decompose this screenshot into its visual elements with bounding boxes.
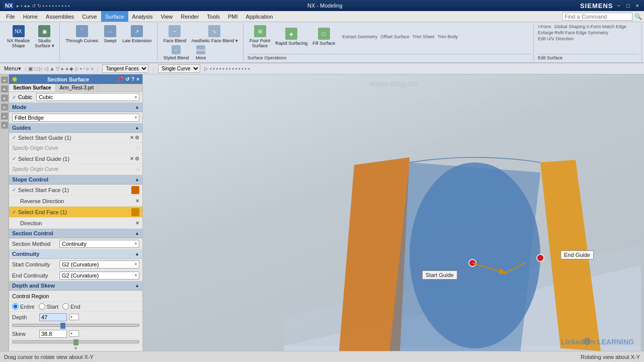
menu-application[interactable]: Application xyxy=(242,11,277,22)
ribbon-btn-lawext[interactable]: ↗ Law Extension xyxy=(120,24,154,44)
section-control-header[interactable]: Section Control ▲ xyxy=(9,229,142,238)
menu-surface[interactable]: Surface xyxy=(101,11,128,22)
continuity-subheader[interactable]: Continuity ▲ xyxy=(9,249,142,259)
radio-end-label[interactable]: End xyxy=(62,303,80,310)
skew-slider-track[interactable] xyxy=(12,340,139,343)
ribbon-btn-4pt[interactable]: ⊞ Four PointSurface xyxy=(248,24,273,49)
command-search[interactable] xyxy=(562,13,632,21)
mode-chevron-icon: ▲ xyxy=(135,105,139,110)
panel-tab-main[interactable]: Section Surface xyxy=(9,84,56,92)
viewport[interactable]: www.rrcg.cn X xyxy=(143,74,644,351)
panel-refresh-icon[interactable]: ↺ xyxy=(125,76,129,82)
ribbon-btn-nxrealize[interactable]: NX NX RealizeShape xyxy=(5,24,32,49)
sidebar-icon-1[interactable]: ▸ xyxy=(1,76,8,83)
end-guide-settings-icon[interactable]: ⚙ xyxy=(135,156,139,161)
ribbon-btn-studio[interactable]: ▣ StudioSurface ▾ xyxy=(33,24,56,49)
ribbon-btn-faceblend[interactable]: ⌢ Face Blend xyxy=(162,24,189,44)
reverse-direction-start-clear[interactable]: ✕ xyxy=(135,198,139,204)
guides-label: Guides xyxy=(12,125,31,131)
menu-analysis[interactable]: Analysis xyxy=(128,11,157,22)
search-icon[interactable]: 🔍 xyxy=(634,13,642,20)
sidebar-icon-3[interactable]: ▸ xyxy=(1,95,8,102)
trimsheet-btn[interactable]: Trim Sheet xyxy=(413,34,435,39)
start-continuity-arrow: ▾ xyxy=(135,262,137,266)
toolbar-separator3: | xyxy=(152,66,154,72)
ribbon-btn-fill[interactable]: ⬡ Fill Surface xyxy=(310,27,337,47)
refitface-btn[interactable]: Refit Face xyxy=(554,30,575,35)
end-guide-clear-icon[interactable]: ✕ xyxy=(130,156,134,161)
edituv-btn[interactable]: Edit U/V Direction xyxy=(538,36,574,41)
ribbon-btn-swept[interactable]: ⌓ Swept xyxy=(101,24,119,44)
ribbon-btn-aestheticblend[interactable]: ∿ Aesthetic Face Blend ▾ xyxy=(189,24,240,44)
tangent-faces-dropdown[interactable]: Tangent Faces xyxy=(102,64,148,73)
close-button[interactable]: × xyxy=(634,3,641,9)
toolbar-separator2: | xyxy=(97,66,99,72)
menu-file[interactable]: File xyxy=(2,11,19,22)
skew-slider-container xyxy=(9,339,142,345)
edgeribbonedge-btn[interactable]: Edge Symmetry xyxy=(576,30,608,35)
xform-btn[interactable]: X-Form xyxy=(586,24,601,29)
direction-clear-icon[interactable]: ✕ xyxy=(135,220,139,226)
depth-input[interactable] xyxy=(39,313,67,321)
ribbon-btn-throughcurves[interactable]: ⌒ Through Curves xyxy=(64,24,101,44)
menu-render[interactable]: Render xyxy=(177,11,203,22)
panel-help-icon[interactable]: ? xyxy=(131,76,134,82)
menu-curve[interactable]: Curve xyxy=(78,11,101,22)
sidebar-icon-6[interactable]: ▸ xyxy=(1,122,8,129)
depth-skew-header[interactable]: Depth and Skew ▲ xyxy=(9,281,142,291)
menu-home[interactable]: Home xyxy=(19,11,42,22)
skew-slider-thumb[interactable] xyxy=(73,339,78,345)
skew-row: Skew ▾ xyxy=(9,328,142,339)
restore-button[interactable]: □ xyxy=(624,3,632,9)
end-continuity-dropdown[interactable]: G2 (Curvature) ▾ xyxy=(59,272,139,280)
skew-input[interactable] xyxy=(39,330,67,338)
slope-section-header[interactable]: Slope Control ▲ xyxy=(9,175,142,185)
mode-section-header[interactable]: Mode ▲ xyxy=(9,103,142,112)
matchedge-btn[interactable]: Match Edge xyxy=(602,24,626,29)
sidebar-icon-4[interactable]: ▸ xyxy=(1,104,8,111)
start-continuity-dropdown[interactable]: G2 (Curvature) ▾ xyxy=(59,260,139,268)
cubic-dropdown[interactable]: Cubic ▾ xyxy=(36,93,139,101)
depth-slider-thumb[interactable] xyxy=(60,323,65,329)
section-method-dropdown[interactable]: Continuity ▾ xyxy=(59,240,139,248)
menu-tools[interactable]: Tools xyxy=(203,11,224,22)
single-curve-dropdown[interactable]: Single Curve xyxy=(158,64,200,73)
radio-entire-label[interactable]: Entire xyxy=(12,303,35,310)
offset-btn[interactable]: Offset Surface xyxy=(380,34,409,39)
start-guide-settings-icon[interactable]: ⚙ xyxy=(135,135,139,140)
rapid-label: Rapid Surfacing xyxy=(275,41,307,46)
panel-close-icon[interactable]: × xyxy=(136,76,139,82)
depth-slider-track[interactable] xyxy=(12,324,139,327)
skew-unit-dropdown[interactable]: ▾ xyxy=(69,330,79,337)
select-start-guide-row: ✓ Select Start Guide (1) ✕ ⚙ xyxy=(9,133,142,143)
guides-section-header[interactable]: Guides ▲ xyxy=(9,123,142,133)
panel-pin-icon[interactable]: 📌 xyxy=(117,76,123,82)
radio-start-label[interactable]: Start xyxy=(39,303,58,310)
menu-assemblies[interactable]: Assemblies xyxy=(42,11,78,22)
radio-start[interactable] xyxy=(39,303,45,310)
radio-end[interactable] xyxy=(62,303,69,310)
ribbon-btn-rapid[interactable]: ◈ Rapid Surfacing xyxy=(273,27,309,47)
iform-btn[interactable]: I-Form xyxy=(538,24,551,29)
depth-unit-dropdown[interactable]: ▾ xyxy=(69,314,79,320)
styledblend-label: Styled Blend xyxy=(164,55,189,60)
enlarge-btn[interactable]: Enlarge xyxy=(538,30,553,35)
sidebar-icon-5[interactable]: ▸ xyxy=(1,113,8,120)
panel-tab-file[interactable]: Arm_Rest-3.prt xyxy=(56,84,99,92)
menu-button[interactable]: Menu▾ xyxy=(2,63,23,74)
menu-view[interactable]: View xyxy=(157,11,177,22)
cubic-dropdown-arrow: ▾ xyxy=(135,95,137,100)
extract-btn[interactable]: Extract Geometry xyxy=(342,34,377,39)
globalshaping-btn[interactable]: Global Shaping xyxy=(554,24,586,29)
mode-dropdown[interactable]: Fillet Bridge ▾ xyxy=(12,114,139,122)
trimbody-btn[interactable]: Trim Body xyxy=(437,34,458,39)
ribbon-btn-more1[interactable]: More More xyxy=(192,44,210,61)
menu-pmi[interactable]: PMI xyxy=(224,11,242,22)
sidebar-icon-2[interactable]: ▸ xyxy=(1,85,8,93)
minimize-button[interactable]: − xyxy=(615,3,622,9)
start-guide-clear-icon[interactable]: ✕ xyxy=(130,135,134,140)
ribbon-btn-styledblend[interactable]: ⌣ Styled Blend xyxy=(162,44,191,61)
statusbar-right: Rotating view about X-Y xyxy=(581,354,640,360)
surface-ops-label: Surface Operations xyxy=(248,54,530,60)
radio-entire[interactable] xyxy=(12,303,19,310)
